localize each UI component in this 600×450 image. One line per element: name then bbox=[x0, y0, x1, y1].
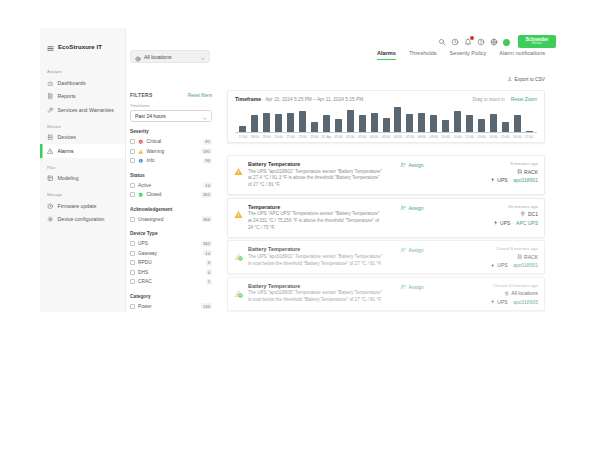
alarm-location[interactable]: DC1 bbox=[520, 211, 538, 217]
sidebar-item-services-and-warranties[interactable]: Services and Warranties bbox=[40, 103, 125, 117]
checkbox[interactable] bbox=[130, 270, 135, 275]
tab-alarms[interactable]: Alarms bbox=[377, 50, 396, 60]
filter-option-unassigned[interactable]: Unassigned366 bbox=[130, 215, 212, 225]
chart-bar[interactable] bbox=[347, 110, 354, 132]
schneider-logo[interactable]: Schneider Electric bbox=[518, 35, 556, 48]
checkbox[interactable] bbox=[130, 251, 135, 256]
checkbox[interactable] bbox=[130, 183, 135, 188]
device-link[interactable]: apc018905 bbox=[513, 299, 538, 305]
filter-count: 14 bbox=[203, 250, 212, 256]
chart-bar-slot bbox=[344, 107, 356, 132]
checkbox[interactable] bbox=[130, 192, 135, 197]
alarm-card[interactable]: TemperatureThe UPS "APC UPS" Temperature… bbox=[227, 198, 545, 238]
checkbox[interactable] bbox=[130, 241, 135, 246]
filter-option-critical[interactable]: Critical81 bbox=[130, 137, 212, 147]
chart-bar[interactable] bbox=[239, 126, 246, 133]
chart-bar[interactable] bbox=[514, 115, 521, 132]
chart-bar[interactable] bbox=[466, 115, 473, 132]
chart-bar[interactable] bbox=[335, 119, 342, 132]
checkbox[interactable] bbox=[130, 304, 135, 309]
checkbox[interactable] bbox=[130, 158, 135, 163]
alarm-card[interactable]: Battery TemperatureThe UPS "apc018901" T… bbox=[227, 240, 545, 274]
history-icon[interactable] bbox=[451, 38, 459, 46]
alarm-location-label: All locations bbox=[511, 290, 538, 296]
sidebar-item-reports[interactable]: Reports bbox=[40, 90, 125, 104]
timeframe-select[interactable]: Past 24 hours bbox=[130, 110, 212, 122]
checkbox[interactable] bbox=[130, 279, 135, 284]
chart-bar-slot bbox=[428, 107, 440, 132]
tab-thresholds[interactable]: Thresholds bbox=[409, 50, 437, 60]
reset-filters-button[interactable]: Reset filters bbox=[188, 93, 212, 98]
chart-bar[interactable] bbox=[478, 119, 485, 132]
chart-bar[interactable] bbox=[430, 115, 437, 132]
filter-option-label: CRAC bbox=[138, 279, 203, 284]
chart-bar[interactable] bbox=[418, 113, 425, 133]
user-avatar[interactable] bbox=[503, 39, 510, 46]
sidebar-item-alarms[interactable]: Alarms bbox=[40, 144, 125, 158]
filter-option-crac[interactable]: CRAC1 bbox=[130, 277, 212, 287]
chart-bar[interactable] bbox=[383, 118, 390, 132]
filter-option-dhs[interactable]: DHS4 bbox=[130, 268, 212, 278]
reports-icon bbox=[47, 93, 54, 100]
device-link[interactable]: apc018901 bbox=[513, 262, 538, 268]
chart-bar[interactable] bbox=[359, 115, 366, 132]
location-selector[interactable]: All locations bbox=[130, 50, 210, 63]
chart-bar[interactable] bbox=[502, 122, 509, 132]
tab-severity-policy[interactable]: Severity Policy bbox=[450, 50, 487, 60]
chart-bar[interactable] bbox=[311, 122, 318, 132]
filter-option-rpdu[interactable]: RPDU5 bbox=[130, 258, 212, 268]
alarm-location[interactable]: RACK bbox=[517, 169, 538, 175]
tab-alarm-notifications[interactable]: Alarm notifications bbox=[499, 50, 545, 60]
alarm-history-chart[interactable] bbox=[235, 107, 537, 133]
alarm-card[interactable]: Battery TemperatureThe UPS "apc018905" T… bbox=[227, 277, 545, 311]
sidebar-item-dashboards[interactable]: Dashboards bbox=[40, 76, 125, 90]
filter-count: 342 bbox=[201, 241, 212, 247]
checkbox[interactable] bbox=[130, 139, 135, 144]
alarm-location[interactable]: All locations bbox=[504, 290, 538, 296]
chart-bar[interactable] bbox=[323, 115, 330, 132]
filter-option-power[interactable]: Power140 bbox=[130, 302, 212, 312]
filter-option-closed[interactable]: Closed352 bbox=[130, 190, 212, 200]
filter-option-active[interactable]: Active14 bbox=[130, 181, 212, 191]
chart-bar[interactable] bbox=[251, 115, 258, 132]
settings-icon[interactable] bbox=[490, 38, 498, 46]
chart-bar[interactable] bbox=[275, 114, 282, 132]
reset-zoom-button[interactable]: Reset Zoom bbox=[511, 97, 537, 102]
sidebar-item-device-configuration[interactable]: Device configuration bbox=[40, 213, 125, 227]
alarm-location[interactable]: RACK bbox=[517, 254, 538, 260]
chart-bar[interactable] bbox=[263, 113, 270, 133]
filter-option-info[interactable]: Info94 bbox=[130, 156, 212, 166]
chart-bar[interactable] bbox=[490, 114, 497, 132]
filter-option-warning[interactable]: Warning191 bbox=[130, 147, 212, 157]
chart-bar[interactable] bbox=[394, 107, 401, 132]
chart-bar[interactable] bbox=[299, 111, 306, 132]
filter-option-ups[interactable]: UPS342 bbox=[130, 239, 212, 249]
sidebar-item-firmware-update[interactable]: Firmware update bbox=[40, 199, 125, 213]
chart-bar[interactable] bbox=[526, 131, 533, 132]
assign-button[interactable]: Assign bbox=[384, 283, 438, 305]
search-icon[interactable] bbox=[438, 38, 446, 46]
help-icon[interactable] bbox=[477, 38, 485, 46]
checkbox[interactable] bbox=[130, 260, 135, 265]
filter-option-gateway[interactable]: Gateway14 bbox=[130, 249, 212, 259]
export-csv-button[interactable]: Export to CSV bbox=[507, 76, 545, 83]
menu-icon[interactable] bbox=[47, 38, 54, 56]
sidebar-item-modeling[interactable]: Modeling bbox=[40, 172, 125, 186]
device-link[interactable]: apc018901 bbox=[513, 177, 538, 183]
chart-bar[interactable] bbox=[454, 111, 461, 132]
chart-bar[interactable] bbox=[406, 114, 413, 132]
alarm-card[interactable]: Battery TemperatureThe UPS "apc018901" T… bbox=[227, 155, 545, 195]
checkbox[interactable] bbox=[130, 149, 135, 154]
assign-button[interactable]: Assign bbox=[384, 246, 438, 268]
assign-button[interactable]: Assign bbox=[384, 204, 438, 232]
chart-bar[interactable] bbox=[287, 113, 294, 133]
device-link[interactable]: APC UPS bbox=[516, 220, 538, 226]
filter-option-label: Unassigned bbox=[138, 217, 198, 222]
sidebar-item-devices[interactable]: Devices bbox=[40, 131, 125, 145]
checkbox[interactable] bbox=[130, 217, 135, 222]
filter-count: 191 bbox=[201, 148, 212, 154]
chart-bar[interactable] bbox=[442, 120, 449, 132]
assign-button[interactable]: Assign bbox=[384, 161, 438, 189]
chart-bar[interactable] bbox=[371, 113, 378, 133]
notifications-icon[interactable] bbox=[464, 38, 472, 46]
